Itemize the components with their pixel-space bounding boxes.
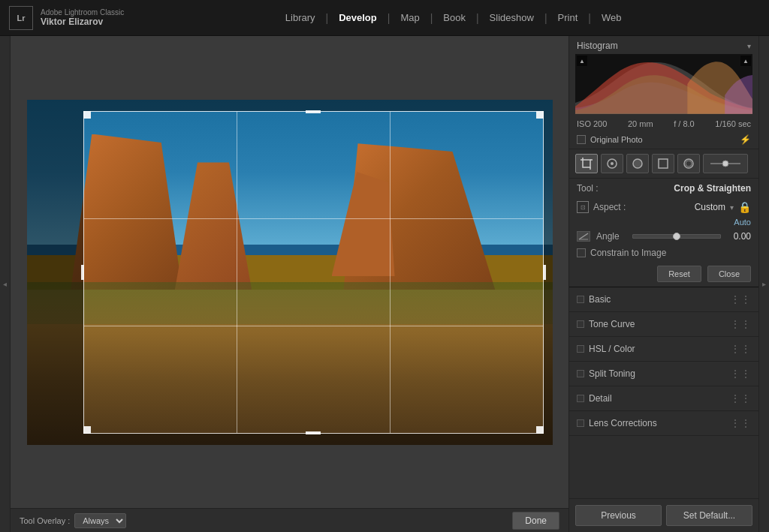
split-toning-section-right: ⋮⋮ <box>730 368 751 380</box>
detail-toggle[interactable] <box>577 395 584 402</box>
aspect-lock-icon[interactable]: 🔒 <box>738 201 751 213</box>
crop-shadow-top <box>83 100 544 111</box>
crop-handle-bottom-middle[interactable] <box>306 431 321 434</box>
original-photo-checkbox[interactable] <box>577 135 586 144</box>
crop-handle-top-middle[interactable] <box>306 110 321 113</box>
angle-label: Angle <box>596 231 626 242</box>
crop-overlay[interactable] <box>83 111 544 434</box>
crop-line-horizontal-2 <box>84 326 543 326</box>
crop-handle-top-right[interactable] <box>536 111 544 119</box>
aspect-left: ⊡ Aspect : <box>577 201 626 213</box>
center-panel: Tool Overlay : Always Done <box>11 36 568 532</box>
adjustment-brush-button[interactable] <box>677 154 700 173</box>
right-panel: Histogram ▾ <box>568 36 758 532</box>
close-button[interactable]: Close <box>707 266 751 282</box>
crop-handle-middle-left[interactable] <box>81 265 84 280</box>
crop-handle-bottom-left[interactable] <box>83 426 91 434</box>
hsl-dots-icon: ⋮⋮ <box>730 343 751 355</box>
tone-curve-dots-icon: ⋮⋮ <box>730 318 751 330</box>
histogram-clipping-right-icon[interactable]: ▲ <box>740 56 751 66</box>
detail-dots-icon: ⋮⋮ <box>730 392 751 404</box>
split-toning-section[interactable]: Split Toning ⋮⋮ <box>569 362 758 386</box>
svg-point-13 <box>722 161 728 167</box>
tone-curve-toggle[interactable] <box>577 320 584 328</box>
lens-section-right: ⋮⋮ <box>730 417 751 429</box>
basic-panel-section[interactable]: Basic ⋮⋮ <box>569 287 758 312</box>
angle-slider[interactable] <box>632 234 721 239</box>
tone-sliders-button[interactable] <box>703 154 748 173</box>
bolt-icon: ⚡ <box>740 134 751 145</box>
meta-focal: 20 mm <box>628 119 653 128</box>
constrain-checkbox[interactable] <box>577 248 586 257</box>
angle-row: Angle 0.00 <box>569 228 758 245</box>
app-title-bottom: Viktor Elizarov <box>41 17 124 27</box>
nav-book[interactable]: Book <box>436 9 473 26</box>
lens-corrections-section[interactable]: Lens Corrections ⋮⋮ <box>569 411 758 436</box>
svg-point-8 <box>633 159 642 168</box>
graduated-filter-button[interactable] <box>652 154 674 173</box>
constrain-label: Constrain to Image <box>590 248 666 258</box>
angle-value: 0.00 <box>727 231 751 242</box>
aspect-label: Aspect : <box>593 202 626 212</box>
crop-tool-button[interactable] <box>575 154 598 173</box>
heal-tool-button[interactable] <box>601 154 623 173</box>
tone-curve-section[interactable]: Tone Curve ⋮⋮ <box>569 312 758 337</box>
split-toning-label: Split Toning <box>589 368 635 379</box>
nav-print[interactable]: Print <box>550 9 586 26</box>
done-button[interactable]: Done <box>512 512 559 530</box>
nav-web[interactable]: Web <box>594 9 629 26</box>
meta-iso: ISO 200 <box>577 119 607 128</box>
hsl-section[interactable]: HSL / Color ⋮⋮ <box>569 337 758 362</box>
lens-toggle[interactable] <box>577 419 584 427</box>
nav-library[interactable]: Library <box>278 9 323 26</box>
tool-overlay-label: Tool Overlay : <box>20 516 70 525</box>
aspect-row: ⊡ Aspect : Custom ▾ 🔒 <box>569 198 758 216</box>
histogram-header: Histogram ▾ <box>569 36 758 54</box>
nav-develop[interactable]: Develop <box>331 9 384 26</box>
crop-handle-top-left[interactable] <box>83 111 91 119</box>
original-photo-label: Original Photo <box>590 135 643 144</box>
histogram-dropdown-icon[interactable]: ▾ <box>747 42 751 50</box>
basic-dots-icon: ⋮⋮ <box>730 293 751 305</box>
crop-line-horizontal-1 <box>84 218 543 219</box>
lens-section-left: Lens Corrections <box>577 418 657 428</box>
tool-value: Crop & Straighten <box>674 183 751 194</box>
auto-button[interactable]: Auto <box>734 218 751 227</box>
photo-wrapper <box>27 100 553 445</box>
set-default-button[interactable]: Set Default... <box>666 505 752 526</box>
radial-filter-button[interactable] <box>626 154 649 173</box>
aspect-dropdown-arrow[interactable]: ▾ <box>730 203 734 212</box>
split-toning-toggle[interactable] <box>577 370 584 377</box>
detail-section[interactable]: Detail ⋮⋮ <box>569 386 758 411</box>
split-toning-section-left: Split Toning <box>577 368 635 379</box>
left-panel[interactable]: ◂ <box>0 36 11 532</box>
crop-handle-bottom-right[interactable] <box>536 426 544 434</box>
auto-row: Auto <box>569 216 758 228</box>
svg-line-14 <box>579 233 588 239</box>
aspect-icon: ⊡ <box>577 201 589 213</box>
app-title-top: Adobe Lightroom Classic <box>41 8 124 17</box>
basic-toggle[interactable] <box>577 296 584 303</box>
hsl-toggle[interactable] <box>577 345 584 353</box>
center-bottom-bar: Tool Overlay : Always Done <box>11 508 568 532</box>
right-arrow-panel[interactable]: ▸ <box>758 36 769 532</box>
detail-label: Detail <box>589 393 612 404</box>
crop-handle-middle-right[interactable] <box>543 265 546 280</box>
reset-button[interactable]: Reset <box>657 266 701 282</box>
nav-slideshow[interactable]: Slideshow <box>482 9 541 26</box>
tool-overlay-select[interactable]: Always <box>74 513 126 528</box>
basic-label: Basic <box>589 294 611 305</box>
bottom-right-buttons: Previous Set Default... <box>569 498 758 532</box>
crop-line-vertical-1 <box>237 112 237 433</box>
crop-tool-panel: Tool : Crop & Straighten ⊡ Aspect : Cust… <box>569 179 758 287</box>
angle-slider-thumb[interactable] <box>673 233 680 240</box>
basic-section-left: Basic <box>577 294 611 305</box>
svg-point-7 <box>611 162 614 165</box>
hsl-section-left: HSL / Color <box>577 344 635 354</box>
histogram-clipping-left-icon[interactable]: ▲ <box>577 56 587 66</box>
previous-button[interactable]: Previous <box>575 505 662 526</box>
nav-map[interactable]: Map <box>393 9 427 26</box>
reset-close-row: Reset Close <box>569 261 758 287</box>
meta-aperture: f / 8.0 <box>674 119 695 128</box>
histogram-canvas: ▲ ▲ <box>575 54 752 114</box>
